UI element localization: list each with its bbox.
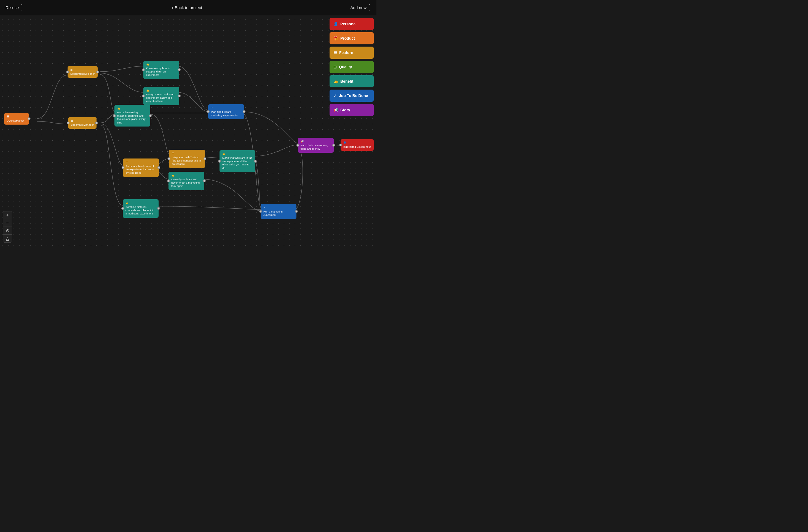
node-text-exp-designer: Experiment Designer: [70, 72, 95, 76]
node-dot-left-earn-awareness[interactable]: [296, 144, 299, 147]
panel-btn-product[interactable]: 🎁Product: [330, 32, 374, 44]
product-label: Product: [340, 36, 355, 40]
node-dot-right-marketing-tasks[interactable]: [254, 160, 257, 163]
node-icon-bookmark-manager: ☰: [71, 119, 73, 123]
node-icon-design-new: 👍: [146, 89, 149, 92]
zoom-controls: +−⊙△: [3, 211, 12, 243]
node-text-introverted-solo: Introverted Solopreneur: [343, 145, 371, 149]
node-header-bookmark-manager: ☰: [71, 119, 94, 123]
node-header-auto-breakdown: ☰: [126, 161, 156, 164]
panel-btn-persona[interactable]: 👤Persona: [330, 18, 374, 30]
node-dot-left-exp-designer[interactable]: [66, 71, 69, 73]
node-header-run-experiment: ✓: [263, 206, 294, 209]
node-dot-right-2quiet2market[interactable]: [27, 117, 30, 120]
connections-svg: [0, 15, 377, 248]
node-header-introverted-solo: 👤: [343, 141, 371, 145]
node-dot-right-combine-material[interactable]: [157, 207, 160, 210]
product-icon: 🎁: [333, 36, 338, 40]
zoom-level-button[interactable]: △: [3, 234, 12, 242]
node-icon-plan-prepare: ✓: [211, 107, 213, 110]
node-know-exactly[interactable]: 👍Know exactly how to setup and run an ex…: [143, 61, 179, 79]
node-header-know-exactly: 👍: [146, 63, 177, 66]
node-plan-prepare[interactable]: ✓Plan and prepare marketing experiments: [208, 104, 244, 119]
benefit-icon: 👍: [333, 79, 338, 83]
back-label: Back to project: [175, 5, 202, 10]
node-text-combine-material: Combine material, channels and places in…: [126, 205, 156, 215]
node-design-new[interactable]: 👍Design a new marketing experiment easil…: [143, 87, 179, 105]
node-introverted-solo[interactable]: 👤Introverted Solopreneur: [341, 139, 374, 151]
node-dot-right-unload-brain[interactable]: [203, 179, 206, 182]
node-dot-left-unload-brain[interactable]: [167, 179, 170, 182]
reuse-chevron-icon: ⌃⌄: [20, 4, 23, 11]
node-dot-left-integration-todoist[interactable]: [168, 157, 170, 160]
node-text-run-experiment: Run a marketing experiment: [263, 210, 294, 217]
story-label: Story: [340, 108, 350, 112]
node-header-unload-brain: 👍: [171, 174, 202, 177]
reuse-label: Re-use: [5, 5, 19, 10]
reuse-dropdown[interactable]: Re-use ⌃⌄: [5, 4, 23, 11]
jtbd-icon: ✓: [333, 93, 337, 98]
node-dot-right-find-all[interactable]: [149, 114, 152, 117]
node-dot-right-run-experiment[interactable]: [295, 210, 298, 213]
node-unload-brain[interactable]: 👍Unload your brain and never forget a ma…: [168, 172, 204, 190]
node-dot-left-marketing-tasks[interactable]: [218, 160, 221, 163]
panel-btn-benefit[interactable]: 👍Benefit: [330, 75, 374, 88]
node-icon-know-exactly: 👍: [146, 63, 149, 66]
node-exp-designer[interactable]: ☰Experiment Designer: [68, 66, 98, 78]
node-dot-right-bookmark-manager[interactable]: [95, 121, 98, 124]
node-text-unload-brain: Unload your brain and never forget a mar…: [171, 178, 202, 188]
zoom-out-button[interactable]: −: [3, 219, 12, 227]
panel-btn-quality[interactable]: ⊞Quality: [330, 61, 374, 73]
node-dot-left-auto-breakdown[interactable]: [122, 166, 124, 169]
node-dot-right-exp-designer[interactable]: [96, 71, 99, 73]
node-dot-right-integration-todoist[interactable]: [203, 157, 206, 160]
node-text-2quiet2market: 2Quiet2Market: [7, 119, 26, 122]
node-text-design-new: Design a new marketing experiment easily…: [146, 93, 177, 103]
node-header-plan-prepare: ✓: [211, 107, 241, 110]
node-dot-left-plan-prepare[interactable]: [207, 110, 209, 113]
panel-btn-feature[interactable]: ☰Feature: [330, 46, 374, 59]
persona-label: Persona: [340, 22, 355, 26]
node-run-experiment[interactable]: ✓Run a marketing experiment: [261, 204, 296, 219]
node-dot-right-auto-breakdown[interactable]: [158, 166, 160, 169]
node-icon-auto-breakdown: ☰: [126, 161, 128, 164]
node-dot-left-introverted-solo[interactable]: [339, 144, 342, 146]
node-header-exp-designer: ☰: [70, 68, 95, 72]
node-dot-right-know-exactly[interactable]: [178, 68, 181, 71]
node-text-bookmark-manager: Bookmark Manager: [71, 123, 94, 127]
node-dot-right-earn-awareness[interactable]: [332, 144, 335, 147]
node-2quiet2market[interactable]: ☰2Quiet2Market: [4, 113, 29, 125]
node-header-find-all: 👍: [117, 107, 148, 110]
node-dot-left-know-exactly[interactable]: [142, 68, 145, 71]
panel-btn-story[interactable]: 📢Story: [330, 104, 374, 116]
node-integration-todoist[interactable]: ☰Integration with Todoist (the task mana…: [169, 150, 205, 168]
node-dot-left-find-all[interactable]: [113, 114, 116, 117]
add-new-dropdown[interactable]: Add new ⌃⌄: [350, 4, 371, 11]
node-combine-material[interactable]: 👍Combine material, channels and places i…: [123, 199, 159, 218]
node-auto-breakdown[interactable]: ☰Automatic breakdown of an experiment in…: [123, 158, 159, 177]
node-text-auto-breakdown: Automatic breakdown of an experiment int…: [126, 165, 156, 175]
node-dot-left-run-experiment[interactable]: [259, 210, 262, 213]
node-earn-awareness[interactable]: 📢Earn "their" awareness, trust, and mone…: [298, 138, 334, 153]
node-dot-left-design-new[interactable]: [142, 95, 145, 97]
node-header-combine-material: 👍: [126, 202, 156, 205]
node-dot-right-design-new[interactable]: [178, 95, 181, 97]
fit-button[interactable]: ⊙: [3, 227, 12, 234]
zoom-in-button[interactable]: +: [3, 211, 12, 219]
node-icon-marketing-tasks: 👍: [222, 152, 225, 156]
node-dot-right-plan-prepare[interactable]: [243, 110, 245, 113]
node-icon-exp-designer: ☰: [70, 68, 73, 72]
node-find-all[interactable]: 👍Find all marketing material, channels a…: [114, 105, 150, 127]
node-dot-left-combine-material[interactable]: [121, 207, 124, 210]
panel-btn-jtbd[interactable]: ✓Job To Be Done: [330, 90, 374, 102]
right-panel: 👤Persona🎁Product☰Feature⊞Quality👍Benefit…: [330, 18, 374, 116]
feature-icon: ☰: [333, 51, 337, 55]
story-icon: 📢: [333, 108, 338, 112]
node-icon-run-experiment: ✓: [263, 206, 265, 209]
addnew-chevron-icon: ⌃⌄: [368, 4, 371, 11]
back-to-project[interactable]: ‹ Back to project: [171, 5, 202, 10]
node-dot-left-bookmark-manager[interactable]: [67, 121, 70, 124]
node-bookmark-manager[interactable]: ☰Bookmark Manager: [68, 117, 96, 129]
node-icon-integration-todoist: ☰: [172, 152, 174, 155]
node-marketing-tasks[interactable]: 👍Marketing tasks are in the same place a…: [220, 150, 255, 172]
